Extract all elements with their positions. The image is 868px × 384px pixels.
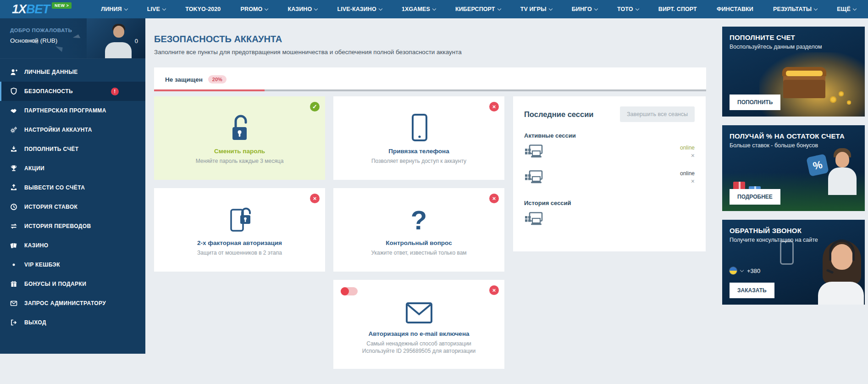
sidebar-item-personal-data[interactable]: ЛИЧНЫЕ ДАННЫЕ [0, 62, 145, 82]
end-all-sessions-button[interactable]: Завершить все сеансы [620, 106, 695, 122]
nav-item-more[interactable]: ЕЩЁ [837, 6, 856, 12]
nav-item-finbets[interactable]: ФИНСТАВКИ [717, 6, 753, 12]
cross-icon: × [310, 194, 320, 203]
chevron-down-icon [124, 6, 127, 10]
banner-subtitle: Получите консультацию на сайте [730, 237, 857, 243]
nav-item-tv-games[interactable]: TV ИГРЫ [520, 6, 552, 12]
devices-icon [524, 145, 543, 159]
progress-percent-badge: 20% [208, 75, 227, 83]
deposit-button[interactable]: ПОПОЛНИТЬ [730, 95, 780, 110]
sidebar-item-withdraw[interactable]: ВЫВЕСТИ СО СЧЁТА [0, 178, 145, 197]
chevron-down-icon [594, 6, 598, 10]
alert-badge: ! [111, 88, 119, 95]
chevron-down-icon [635, 6, 639, 10]
nav-item-live-casino[interactable]: LIVE-КАЗИНО [337, 6, 382, 12]
card-email-auth[interactable]: × Авторизация по e-mail включена Самый н… [333, 280, 504, 369]
logo-bet: BET [26, 2, 50, 16]
card-security-question[interactable]: × ? Контрольный вопрос Укажите ответ, из… [333, 188, 504, 272]
phone-lock-icon [226, 203, 254, 234]
ukraine-flag-icon [730, 267, 737, 274]
banner-title: ПОПОЛНИТЕ СЧЕТ [730, 33, 857, 41]
envelope-icon [405, 294, 433, 324]
security-progress-tabs: Не защищен 20% [154, 67, 706, 91]
cards-icon [10, 242, 17, 249]
nav-item-results[interactable]: РЕЗУЛЬТАТЫ [773, 6, 817, 12]
sidebar-item-partner-program[interactable]: ПАРТНЕРСКАЯ ПРОГРАММА [0, 101, 145, 120]
session-row: online × [524, 170, 695, 189]
deposit-icon [10, 145, 17, 153]
nav-item-live[interactable]: LIVE [147, 6, 166, 12]
banner-deposit[interactable]: ПОПОЛНИТЕ СЧЕТ Воспользуйтесь данным раз… [722, 27, 865, 117]
sidebar-item-bet-history[interactable]: ИСТОРИЯ СТАВОК [0, 197, 145, 217]
close-session-icon[interactable]: × [691, 152, 695, 159]
sidebar-item-logout[interactable]: ВЫХОД [0, 313, 145, 332]
transfer-arrows-icon [10, 223, 17, 230]
logo[interactable]: 1XBET NEW > [12, 3, 72, 16]
nav-item-bingo[interactable]: БИНГО [572, 6, 597, 12]
chevron-down-icon [265, 6, 268, 10]
session-history-title: История сессий [524, 200, 695, 206]
close-session-icon[interactable]: × [691, 178, 695, 184]
banner-balance-percent[interactable]: % ПОЛУЧАЙ % НА ОСТАТОК СЧЕТА Больше став… [722, 125, 865, 211]
phone-icon [406, 111, 432, 142]
check-icon: ✓ [310, 102, 320, 111]
paper-plane-decoration [55, 46, 62, 52]
sidebar-item-promotions[interactable]: АКЦИИ [0, 159, 145, 178]
country-code-selector[interactable]: +380 [730, 267, 760, 274]
banner-subtitle: Больше ставок - больше бонусов [730, 142, 857, 149]
details-button[interactable]: ПОДРОБНЕЕ [730, 189, 780, 205]
cross-icon: × [489, 285, 499, 295]
email-auth-toggle[interactable] [341, 287, 358, 295]
session-status: online [680, 170, 695, 177]
nav-item-esports[interactable]: КИБЕРСПОРТ [455, 6, 501, 12]
session-row: online × [524, 145, 695, 164]
order-call-button[interactable]: ЗАКАЗАТЬ [730, 283, 774, 298]
sidebar-item-security[interactable]: БЕЗОПАСНОСТЬ ! [0, 82, 145, 101]
envelope-icon [10, 300, 17, 307]
chevron-down-icon [853, 6, 857, 10]
chevron-down-icon [379, 6, 382, 10]
card-change-password[interactable]: ✓ Сменить пароль Меняйте пароль каждые 3… [154, 96, 325, 180]
sidebar-item-account-settings[interactable]: НАСТРОЙКИ АККАУНТА [0, 120, 145, 139]
sessions-title: Последние сессии [524, 110, 593, 119]
nav-item-toto[interactable]: ТОТО [617, 6, 639, 12]
card-two-factor-auth[interactable]: × 2-х факторная авторизация Защита от мо… [154, 188, 325, 272]
sidebar-item-deposit[interactable]: ПОПОЛНИТЬ СЧЁТ [0, 139, 145, 159]
chevron-down-icon [740, 268, 744, 272]
logout-icon [10, 319, 17, 326]
handshake-icon [10, 107, 17, 114]
session-status: online [680, 145, 695, 151]
nav-item-virtual-sport[interactable]: ВИРТ. СПОРТ [658, 6, 697, 12]
progress-fill [154, 89, 265, 91]
sidebar-item-admin-request[interactable]: ЗАПРОС АДМИНИСТРАТОРУ [0, 294, 145, 313]
chevron-down-icon [548, 6, 552, 10]
sidebar-item-vip-cashback[interactable]: VIP КЕШБЭК [0, 255, 145, 274]
nav-item-tokyo-2020[interactable]: TOKYO-2020 [185, 6, 221, 12]
dot-icon [10, 261, 17, 268]
balance-value: 0 [135, 38, 138, 45]
user-plus-icon [10, 68, 17, 76]
nav-item-1xgames[interactable]: 1XGAMES [402, 6, 436, 12]
progress-track [154, 89, 706, 91]
cross-icon: × [489, 102, 499, 111]
cross-icon: × [489, 194, 499, 203]
account-sidebar: ДОБРО ПОЖАЛОВАТЬ Основной (RUB) 0 ЛИЧНЫЕ… [0, 18, 145, 354]
gift-icon [10, 280, 17, 288]
page-title: БЕЗОПАСНОСТЬ АККАУНТА [154, 34, 706, 45]
gears-icon [10, 126, 17, 134]
banner-callback[interactable]: ОБРАТНЫЙ ЗВОНОК Получите консультацию на… [722, 220, 865, 305]
nav-item-casino[interactable]: КАЗИНО [288, 6, 318, 12]
tab-not-protected[interactable]: Не защищен 20% [165, 75, 227, 83]
promo-column: ПОПОЛНИТЕ СЧЕТ Воспользуйтесь данным раз… [722, 27, 865, 313]
card-phone-binding[interactable]: × Привязка телефона Позволяет вернуть до… [333, 96, 504, 180]
banner-subtitle: Воспользуйтесь данным разделом [730, 44, 857, 50]
session-history-row [524, 212, 695, 231]
user-block: ДОБРО ПОЖАЛОВАТЬ Основной (RUB) 0 [0, 18, 145, 59]
sidebar-item-casino[interactable]: КАЗИНО [0, 236, 145, 255]
nav-item-line[interactable]: ЛИНИЯ [101, 6, 127, 12]
nav-item-promo[interactable]: PROMO [241, 6, 268, 12]
page-subtitle: Заполните все пункты для предотвращения … [154, 49, 706, 56]
banner-title: ОБРАТНЫЙ ЗВОНОК [730, 227, 857, 234]
sidebar-item-transfer-history[interactable]: ИСТОРИЯ ПЕРЕВОДОВ [0, 217, 145, 236]
sidebar-item-bonuses[interactable]: БОНУСЫ И ПОДАРКИ [0, 274, 145, 294]
